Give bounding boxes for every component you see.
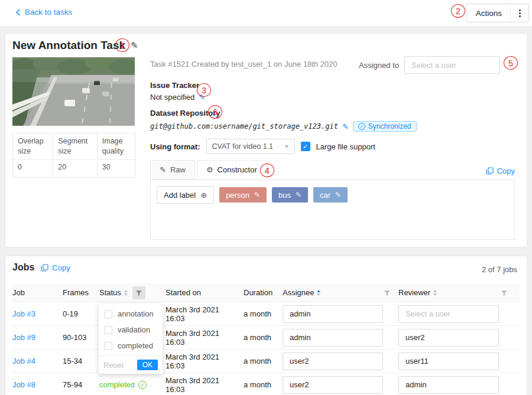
chevron-left-icon <box>15 9 21 16</box>
filter-option-label: completed <box>118 341 153 350</box>
tab-constructor-label: Constructor <box>218 165 257 174</box>
label-chip-person[interactable]: person ✎ <box>219 187 267 203</box>
copy-jobs-button[interactable]: Copy <box>41 263 70 272</box>
job-started: March 3rd 2021 16:03 <box>166 352 239 370</box>
reviewer-placeholder: Select a user <box>406 309 450 318</box>
filter-reset-button[interactable]: Reset <box>103 361 124 370</box>
filter-option-completed[interactable]: completed <box>99 338 163 354</box>
status-filter-icon[interactable] <box>132 286 145 299</box>
job-started: March 3rd 2021 16:03 <box>166 376 239 394</box>
param-header: Overlap size <box>13 133 53 160</box>
checkbox-unchecked[interactable] <box>104 310 112 318</box>
param-value: 20 <box>53 159 98 177</box>
assignee-select[interactable]: user2 <box>283 352 383 370</box>
assignee-select[interactable]: admin <box>283 329 383 347</box>
reviewer-filter-icon[interactable] <box>498 286 511 299</box>
tab-raw-label: Raw <box>170 165 186 174</box>
col-reviewer[interactable]: Reviewer <box>398 288 430 297</box>
sort-icon[interactable] <box>317 290 320 296</box>
tab-raw[interactable]: ✎ Raw <box>150 160 195 179</box>
reviewer-value: user11 <box>406 357 429 365</box>
sort-icon[interactable] <box>124 290 128 296</box>
jobs-table: Job Frames Status Started on Duration As… <box>12 283 520 395</box>
reviewer-select[interactable]: Select a user <box>398 305 499 323</box>
job-row: Job #9 90-103 March 3rd 2021 16:03 a mon… <box>12 326 520 350</box>
col-duration: Duration <box>244 288 273 297</box>
dataset-repository-label: Dataset Repository <box>150 109 417 117</box>
job-link[interactable]: Job #4 <box>12 357 35 365</box>
param-header: Segment size <box>53 133 98 160</box>
add-label-button[interactable]: Add label ⊕ <box>157 186 214 204</box>
callout-6: 6 <box>208 105 222 119</box>
actions-label: Actions <box>466 4 510 22</box>
assignee-filter-icon[interactable] <box>381 286 394 299</box>
job-frames: 90-103 <box>63 333 86 342</box>
large-file-label: Large file support <box>316 142 375 151</box>
filter-option-annotation[interactable]: annotation <box>99 306 163 322</box>
task-parameters-table: Overlap size Segment size Image quality … <box>12 133 135 178</box>
reviewer-select[interactable]: user2 <box>398 329 499 347</box>
assignee-value: user2 <box>290 380 309 389</box>
edit-label-icon[interactable]: ✎ <box>254 191 260 199</box>
col-job: Job <box>12 288 25 297</box>
chevron-down-icon <box>284 145 289 148</box>
reviewer-select[interactable]: user11 <box>398 352 499 370</box>
filter-ok-button[interactable]: OK <box>137 360 158 370</box>
jobs-card: Jobs Copy 2 of 7 jobs Job Frames Status … <box>5 256 527 395</box>
job-status: completed ✓ <box>99 380 147 389</box>
label-name: bus <box>278 191 291 200</box>
labels-constructor-panel: Add label ⊕ person ✎ bus ✎ car ✎ <box>150 180 515 240</box>
edit-title-icon[interactable]: ✎ <box>131 40 138 51</box>
sort-icon[interactable] <box>433 290 437 296</box>
reviewer-select[interactable]: admin <box>398 376 499 394</box>
col-status[interactable]: Status <box>99 288 121 297</box>
checkbox-unchecked[interactable] <box>104 326 112 334</box>
job-started: March 3rd 2021 16:03 <box>166 329 239 347</box>
issue-tracker-value: Not specified <box>150 93 194 102</box>
job-link[interactable]: Job #8 <box>12 380 35 389</box>
job-frames: 15-34 <box>63 357 82 365</box>
large-file-checkbox[interactable]: ✓ <box>301 142 310 151</box>
build-icon: ⚙ <box>206 165 213 174</box>
format-value: CVAT for video 1.1 <box>212 142 274 151</box>
status-text: completed <box>99 380 135 389</box>
edit-label-icon[interactable]: ✎ <box>335 191 341 199</box>
job-link[interactable]: Job #3 <box>12 309 35 318</box>
col-assignee[interactable]: Assignee <box>283 288 314 297</box>
assigned-to-select[interactable]: Select a user <box>404 56 500 74</box>
using-format-label: Using format: <box>150 142 200 151</box>
format-select[interactable]: CVAT for video 1.1 <box>206 139 295 154</box>
task-meta: Task #1521 Created by test_user_1 on Jun… <box>150 60 338 68</box>
assignee-value: admin <box>290 333 310 342</box>
assignee-select[interactable]: admin <box>283 305 383 323</box>
status-filter-dropdown: annotation validation completed Reset OK <box>99 303 163 374</box>
edit-repository-icon[interactable]: ✎ <box>342 122 349 131</box>
assigned-to-placeholder: Select a user <box>411 61 456 70</box>
repository-url[interactable]: git@github.com:username/git_storage_v123… <box>150 122 338 130</box>
label-chip-bus[interactable]: bus ✎ <box>272 187 308 203</box>
label-name: person <box>226 191 249 200</box>
assignee-select[interactable]: user2 <box>283 376 383 394</box>
actions-button[interactable]: Actions <box>466 4 529 22</box>
checkbox-unchecked[interactable] <box>104 342 112 350</box>
callout-4: 4 <box>260 164 274 177</box>
job-duration: a month <box>244 333 271 342</box>
job-link[interactable]: Job #9 <box>12 333 35 342</box>
more-options-icon[interactable] <box>511 4 528 22</box>
job-row: Job #3 0-19 March 3rd 2021 16:03 a month… <box>12 302 520 326</box>
sync-status-label: Synchronized <box>368 122 411 130</box>
job-frames: 75-94 <box>63 380 82 389</box>
tab-constructor[interactable]: ⚙ Constructor <box>197 160 267 179</box>
callout-2: 2 <box>451 4 465 18</box>
job-row: Job #8 75-94 completed ✓ March 3rd 2021 … <box>12 373 520 395</box>
copy-labels-button[interactable]: Copy <box>486 167 515 175</box>
label-chip-car[interactable]: car ✎ <box>313 187 348 203</box>
task-details-card: New Annotation Task ✎ <box>5 33 527 247</box>
col-started: Started on <box>166 288 201 297</box>
back-to-tasks-link[interactable]: Back to tasks <box>15 8 72 17</box>
filter-option-validation[interactable]: validation <box>99 322 163 338</box>
status-info-icon[interactable]: ✓ <box>138 381 147 389</box>
task-title: New Annotation Task <box>12 39 125 52</box>
edit-label-icon[interactable]: ✎ <box>296 191 301 199</box>
assignee-value: user2 <box>290 357 309 365</box>
